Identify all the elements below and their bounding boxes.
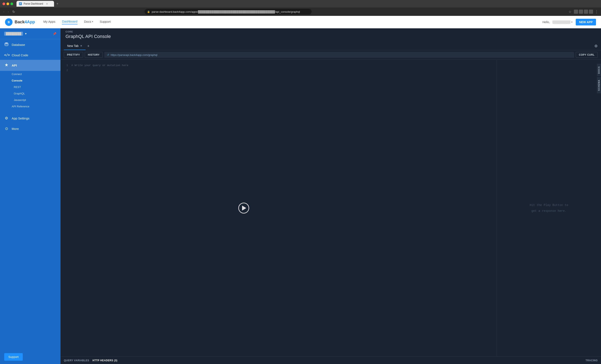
tab-add-btn[interactable]: +	[86, 43, 91, 49]
editor-area: 1 2 # Write your query or mutation here	[60, 60, 601, 356]
api-submenu: Connect Console REST GraphQL Javascript …	[0, 71, 60, 110]
section-title: GraphQL API Console	[66, 34, 596, 39]
new-tab-btn[interactable]: +	[55, 1, 60, 6]
api-icon	[4, 63, 9, 68]
appsettings-icon: ⚙	[4, 116, 9, 121]
bottom-bar: QUERY VARIABLES HTTP HEADERS (3) TRACING	[60, 356, 601, 364]
response-area: Hit the Play Button to get a response he…	[497, 60, 601, 356]
response-hint: Hit the Play Button to get a response he…	[530, 202, 568, 214]
nav-forward-btn[interactable]: ›	[7, 9, 10, 14]
sidebar-connect[interactable]: Connect	[12, 71, 60, 77]
sidebar-item-api[interactable]: API	[0, 60, 60, 71]
sidebar-item-cloudcode[interactable]: </> Cloud Code	[0, 50, 60, 60]
sidebar-item-database[interactable]: Database	[0, 39, 60, 50]
play-triangle-icon	[242, 206, 246, 211]
query-editor[interactable]: 1 2 # Write your query or mutation here	[60, 60, 497, 356]
graphql-url-display: ↺ https://parseapi.back4app.com/graphql	[104, 52, 574, 58]
hello-text: Hello, ████████ ▾	[542, 20, 572, 24]
query-variables-tab[interactable]: QUERY VARIABLES	[64, 357, 92, 364]
app-dropdown-icon: ▼	[25, 32, 27, 35]
line-numbers: 1 2	[64, 63, 68, 73]
main-content: CORE GraphQL API Console New Tab ✕ + ⚙ P…	[60, 28, 601, 364]
cloudcode-icon: </>	[4, 53, 9, 57]
tab-favicon: P	[19, 2, 22, 5]
url-bar[interactable]: 🔒 parse-dashboard.back4app.com/apps/████…	[145, 9, 311, 15]
nav-support[interactable]: Support	[100, 20, 111, 24]
sidebar-console: Console	[12, 77, 60, 84]
tl-green[interactable]	[10, 2, 13, 5]
nav-refresh-btn[interactable]: ↻	[11, 9, 16, 15]
play-button[interactable]	[238, 203, 249, 213]
pin-icon[interactable]: 📌	[53, 32, 56, 35]
tab-title: Parse Dashboard	[24, 2, 43, 5]
app-header: B Back4App My Apps Dashboard Docs ▾ Supp…	[0, 16, 601, 28]
main-layout: ████████ ▼ 📌 Database </> Cloud Code	[0, 28, 601, 364]
sidebar-api-reference[interactable]: API Reference	[12, 103, 60, 110]
svg-point-2	[5, 43, 8, 44]
logo-text: Back4App	[15, 19, 35, 24]
history-btn[interactable]: HISTORY	[85, 52, 103, 58]
traffic-lights	[2, 2, 13, 5]
copy-curl-btn[interactable]: COPY CURL	[576, 52, 598, 58]
browser-tab[interactable]: P Parse Dashboard ✕	[17, 1, 54, 7]
graphql-url-text: https://parseapi.back4app.com/graphql	[110, 53, 157, 57]
tab-close-btn[interactable]: ✕	[46, 2, 48, 5]
schema-side-tab[interactable]: SCHEMA	[597, 77, 601, 93]
nav-myapps[interactable]: My Apps	[43, 20, 56, 24]
header-right: Hello, ████████ ▾ NEW APP	[542, 19, 596, 25]
address-bar: ‹ › ↻ 🔒 parse-dashboard.back4app.com/app…	[0, 8, 601, 16]
logo-area: B Back4App	[5, 18, 35, 26]
side-tabs: DOCS SCHEMA	[597, 60, 601, 356]
sidebar-cloudcode-label: Cloud Code	[12, 53, 28, 57]
ext-icon-2[interactable]	[579, 10, 583, 14]
support-button[interactable]: Support	[4, 353, 23, 361]
tracing-tab[interactable]: TRACING	[586, 359, 598, 362]
gql-tab-newtab[interactable]: New Tab ✕	[64, 42, 86, 50]
logo-icon: B	[5, 18, 12, 26]
tab-bar: P Parse Dashboard ✕ +	[17, 1, 60, 7]
prettify-btn[interactable]: PRETTIFY	[64, 52, 83, 58]
section-header: CORE GraphQL API Console	[60, 28, 601, 42]
tl-red[interactable]	[2, 2, 5, 5]
browser-menu-btn[interactable]: ⋮	[595, 10, 599, 14]
extension-icons	[574, 10, 593, 14]
ext-icon-3[interactable]	[584, 10, 588, 14]
sidebar-appsettings-label: App Settings	[12, 116, 30, 120]
editor-comment: # Write your query or mutation here	[71, 63, 128, 68]
sidebar: ████████ ▼ 📌 Database </> Cloud Code	[0, 28, 60, 364]
app-nav: My Apps Dashboard Docs ▾ Support	[43, 19, 542, 24]
sidebar-item-appsettings[interactable]: ⚙ App Settings	[0, 113, 60, 124]
section-label: CORE	[66, 30, 596, 33]
new-app-button[interactable]: NEW APP	[576, 19, 596, 25]
refresh-url-icon[interactable]: ↺	[107, 53, 109, 57]
sidebar-database-label: Database	[12, 43, 25, 47]
tab-settings-icon[interactable]: ⚙	[594, 44, 598, 48]
play-btn-container	[238, 203, 249, 213]
tab-close-icon[interactable]: ✕	[80, 44, 82, 47]
ext-icon-4[interactable]	[589, 10, 593, 14]
browser-chrome: P Parse Dashboard ✕ +	[0, 0, 601, 8]
sidebar-support-area: Support	[0, 350, 60, 364]
tl-yellow[interactable]	[7, 2, 9, 5]
svg-text:B: B	[8, 20, 10, 24]
nav-dashboard[interactable]: Dashboard	[62, 19, 77, 24]
more-icon: ⊙	[4, 126, 9, 131]
database-icon	[4, 42, 9, 47]
url-text: parse-dashboard.back4app.com/apps/██████…	[152, 10, 309, 13]
http-headers-tab[interactable]: HTTP HEADERS (3)	[92, 357, 121, 364]
sidebar-item-more[interactable]: ⊙ More	[0, 124, 60, 134]
sidebar-rest[interactable]: REST	[14, 84, 60, 90]
bookmark-icon[interactable]: ☆	[568, 9, 572, 15]
gql-tab-label: New Tab	[67, 44, 79, 48]
lock-icon: 🔒	[147, 10, 150, 13]
sidebar-api-label: API	[12, 64, 17, 67]
graphql-tab-bar: New Tab ✕ + ⚙	[60, 42, 601, 50]
docs-side-tab[interactable]: DOCS	[597, 64, 601, 76]
sidebar-javascript[interactable]: Javascript	[14, 97, 60, 103]
editor-content[interactable]: # Write your query or mutation here	[71, 63, 128, 73]
ext-icon-1[interactable]	[574, 10, 578, 14]
sidebar-graphql[interactable]: GraphQL	[14, 90, 60, 97]
nav-docs[interactable]: Docs ▾	[84, 20, 93, 24]
nav-back-btn[interactable]: ‹	[2, 9, 5, 14]
app-selector[interactable]: ████████ ▼ 📌	[0, 28, 60, 39]
